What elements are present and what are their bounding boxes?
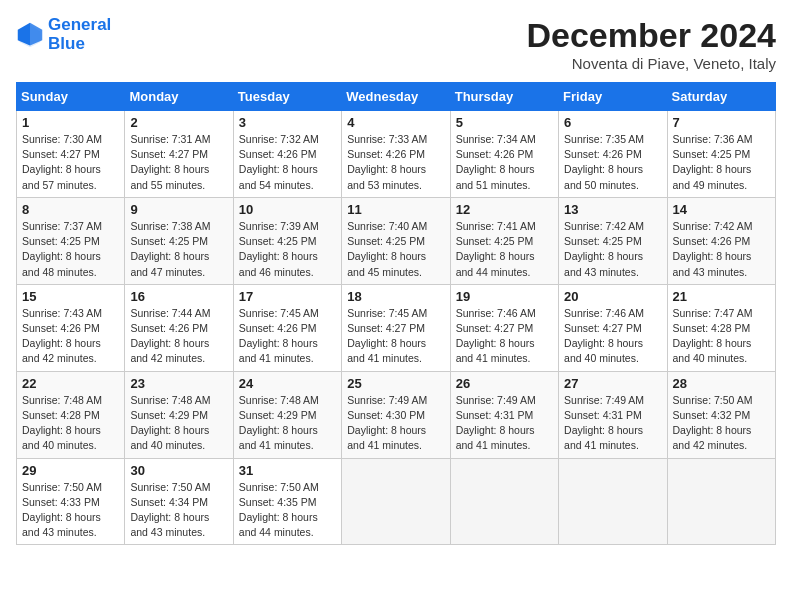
calendar-cell: 26Sunrise: 7:49 AMSunset: 4:31 PMDayligh… <box>450 371 558 458</box>
day-number: 30 <box>130 463 227 478</box>
svg-marker-1 <box>30 22 42 45</box>
day-info: Sunrise: 7:46 AMSunset: 4:27 PMDaylight:… <box>456 306 553 367</box>
day-number: 7 <box>673 115 770 130</box>
day-info: Sunrise: 7:50 AMSunset: 4:33 PMDaylight:… <box>22 480 119 541</box>
day-info: Sunrise: 7:37 AMSunset: 4:25 PMDaylight:… <box>22 219 119 280</box>
calendar-week-3: 15Sunrise: 7:43 AMSunset: 4:26 PMDayligh… <box>17 284 776 371</box>
day-number: 13 <box>564 202 661 217</box>
svg-marker-2 <box>18 22 30 45</box>
calendar-cell: 31Sunrise: 7:50 AMSunset: 4:35 PMDayligh… <box>233 458 341 545</box>
day-info: Sunrise: 7:49 AMSunset: 4:30 PMDaylight:… <box>347 393 444 454</box>
calendar-cell: 19Sunrise: 7:46 AMSunset: 4:27 PMDayligh… <box>450 284 558 371</box>
day-number: 2 <box>130 115 227 130</box>
day-info: Sunrise: 7:30 AMSunset: 4:27 PMDaylight:… <box>22 132 119 193</box>
day-number: 6 <box>564 115 661 130</box>
day-number: 28 <box>673 376 770 391</box>
day-of-week-friday: Friday <box>559 83 667 111</box>
day-of-week-sunday: Sunday <box>17 83 125 111</box>
calendar-cell <box>667 458 775 545</box>
day-number: 18 <box>347 289 444 304</box>
calendar-cell: 2Sunrise: 7:31 AMSunset: 4:27 PMDaylight… <box>125 111 233 198</box>
day-info: Sunrise: 7:45 AMSunset: 4:27 PMDaylight:… <box>347 306 444 367</box>
day-number: 17 <box>239 289 336 304</box>
day-info: Sunrise: 7:44 AMSunset: 4:26 PMDaylight:… <box>130 306 227 367</box>
calendar-cell: 30Sunrise: 7:50 AMSunset: 4:34 PMDayligh… <box>125 458 233 545</box>
day-of-week-saturday: Saturday <box>667 83 775 111</box>
logo-text: General Blue <box>48 16 111 53</box>
day-number: 23 <box>130 376 227 391</box>
calendar-cell: 3Sunrise: 7:32 AMSunset: 4:26 PMDaylight… <box>233 111 341 198</box>
day-number: 27 <box>564 376 661 391</box>
day-number: 26 <box>456 376 553 391</box>
day-info: Sunrise: 7:31 AMSunset: 4:27 PMDaylight:… <box>130 132 227 193</box>
day-info: Sunrise: 7:34 AMSunset: 4:26 PMDaylight:… <box>456 132 553 193</box>
calendar-cell: 13Sunrise: 7:42 AMSunset: 4:25 PMDayligh… <box>559 197 667 284</box>
calendar-cell: 7Sunrise: 7:36 AMSunset: 4:25 PMDaylight… <box>667 111 775 198</box>
calendar-cell: 4Sunrise: 7:33 AMSunset: 4:26 PMDaylight… <box>342 111 450 198</box>
day-info: Sunrise: 7:50 AMSunset: 4:32 PMDaylight:… <box>673 393 770 454</box>
day-number: 9 <box>130 202 227 217</box>
day-number: 31 <box>239 463 336 478</box>
calendar-cell: 8Sunrise: 7:37 AMSunset: 4:25 PMDaylight… <box>17 197 125 284</box>
calendar-cell <box>559 458 667 545</box>
day-info: Sunrise: 7:41 AMSunset: 4:25 PMDaylight:… <box>456 219 553 280</box>
day-info: Sunrise: 7:40 AMSunset: 4:25 PMDaylight:… <box>347 219 444 280</box>
calendar-cell: 23Sunrise: 7:48 AMSunset: 4:29 PMDayligh… <box>125 371 233 458</box>
calendar-cell: 1Sunrise: 7:30 AMSunset: 4:27 PMDaylight… <box>17 111 125 198</box>
day-info: Sunrise: 7:42 AMSunset: 4:26 PMDaylight:… <box>673 219 770 280</box>
day-number: 5 <box>456 115 553 130</box>
logo: General Blue <box>16 16 111 53</box>
location: Noventa di Piave, Veneto, Italy <box>526 55 776 72</box>
day-number: 3 <box>239 115 336 130</box>
day-info: Sunrise: 7:38 AMSunset: 4:25 PMDaylight:… <box>130 219 227 280</box>
calendar-cell: 29Sunrise: 7:50 AMSunset: 4:33 PMDayligh… <box>17 458 125 545</box>
calendar-cell: 15Sunrise: 7:43 AMSunset: 4:26 PMDayligh… <box>17 284 125 371</box>
calendar-cell: 10Sunrise: 7:39 AMSunset: 4:25 PMDayligh… <box>233 197 341 284</box>
calendar-cell: 16Sunrise: 7:44 AMSunset: 4:26 PMDayligh… <box>125 284 233 371</box>
calendar-cell <box>450 458 558 545</box>
title-block: December 2024 Noventa di Piave, Veneto, … <box>526 16 776 72</box>
calendar-cell: 5Sunrise: 7:34 AMSunset: 4:26 PMDaylight… <box>450 111 558 198</box>
day-info: Sunrise: 7:35 AMSunset: 4:26 PMDaylight:… <box>564 132 661 193</box>
day-number: 16 <box>130 289 227 304</box>
day-info: Sunrise: 7:48 AMSunset: 4:29 PMDaylight:… <box>130 393 227 454</box>
day-number: 4 <box>347 115 444 130</box>
calendar-cell: 17Sunrise: 7:45 AMSunset: 4:26 PMDayligh… <box>233 284 341 371</box>
day-of-week-wednesday: Wednesday <box>342 83 450 111</box>
calendar-cell: 21Sunrise: 7:47 AMSunset: 4:28 PMDayligh… <box>667 284 775 371</box>
calendar-cell: 28Sunrise: 7:50 AMSunset: 4:32 PMDayligh… <box>667 371 775 458</box>
day-info: Sunrise: 7:45 AMSunset: 4:26 PMDaylight:… <box>239 306 336 367</box>
day-info: Sunrise: 7:49 AMSunset: 4:31 PMDaylight:… <box>456 393 553 454</box>
calendar-table: SundayMondayTuesdayWednesdayThursdayFrid… <box>16 82 776 545</box>
day-of-week-thursday: Thursday <box>450 83 558 111</box>
day-number: 29 <box>22 463 119 478</box>
calendar-week-1: 1Sunrise: 7:30 AMSunset: 4:27 PMDaylight… <box>17 111 776 198</box>
calendar-week-2: 8Sunrise: 7:37 AMSunset: 4:25 PMDaylight… <box>17 197 776 284</box>
month-title: December 2024 <box>526 16 776 55</box>
day-info: Sunrise: 7:46 AMSunset: 4:27 PMDaylight:… <box>564 306 661 367</box>
calendar-cell: 25Sunrise: 7:49 AMSunset: 4:30 PMDayligh… <box>342 371 450 458</box>
calendar-week-5: 29Sunrise: 7:50 AMSunset: 4:33 PMDayligh… <box>17 458 776 545</box>
day-number: 8 <box>22 202 119 217</box>
day-info: Sunrise: 7:48 AMSunset: 4:29 PMDaylight:… <box>239 393 336 454</box>
calendar-cell: 20Sunrise: 7:46 AMSunset: 4:27 PMDayligh… <box>559 284 667 371</box>
calendar-cell: 14Sunrise: 7:42 AMSunset: 4:26 PMDayligh… <box>667 197 775 284</box>
day-info: Sunrise: 7:50 AMSunset: 4:35 PMDaylight:… <box>239 480 336 541</box>
calendar-cell: 9Sunrise: 7:38 AMSunset: 4:25 PMDaylight… <box>125 197 233 284</box>
day-info: Sunrise: 7:36 AMSunset: 4:25 PMDaylight:… <box>673 132 770 193</box>
day-number: 1 <box>22 115 119 130</box>
day-info: Sunrise: 7:39 AMSunset: 4:25 PMDaylight:… <box>239 219 336 280</box>
day-number: 24 <box>239 376 336 391</box>
calendar-cell: 6Sunrise: 7:35 AMSunset: 4:26 PMDaylight… <box>559 111 667 198</box>
day-info: Sunrise: 7:42 AMSunset: 4:25 PMDaylight:… <box>564 219 661 280</box>
day-info: Sunrise: 7:33 AMSunset: 4:26 PMDaylight:… <box>347 132 444 193</box>
calendar-cell: 27Sunrise: 7:49 AMSunset: 4:31 PMDayligh… <box>559 371 667 458</box>
day-info: Sunrise: 7:48 AMSunset: 4:28 PMDaylight:… <box>22 393 119 454</box>
day-number: 19 <box>456 289 553 304</box>
day-info: Sunrise: 7:47 AMSunset: 4:28 PMDaylight:… <box>673 306 770 367</box>
calendar-cell: 24Sunrise: 7:48 AMSunset: 4:29 PMDayligh… <box>233 371 341 458</box>
calendar-week-4: 22Sunrise: 7:48 AMSunset: 4:28 PMDayligh… <box>17 371 776 458</box>
calendar-cell: 12Sunrise: 7:41 AMSunset: 4:25 PMDayligh… <box>450 197 558 284</box>
day-number: 10 <box>239 202 336 217</box>
day-info: Sunrise: 7:50 AMSunset: 4:34 PMDaylight:… <box>130 480 227 541</box>
